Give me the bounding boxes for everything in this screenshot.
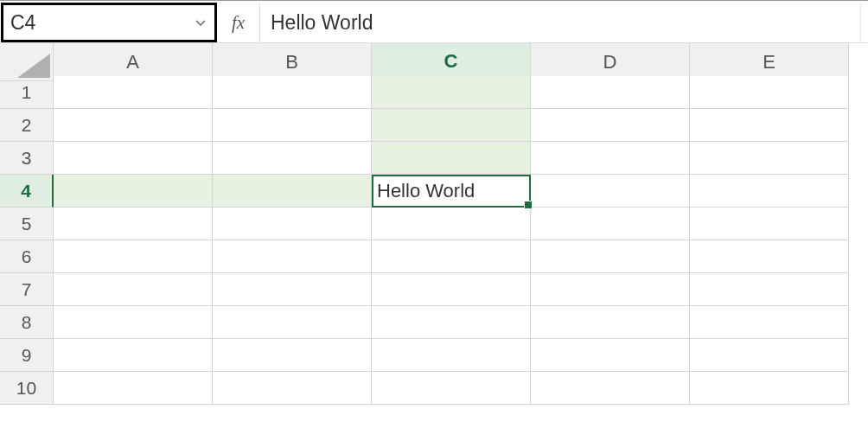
- cell-E2[interactable]: [690, 109, 849, 142]
- cell-E1[interactable]: [690, 76, 849, 109]
- cell-E6[interactable]: [690, 240, 849, 273]
- cell-C1[interactable]: [372, 76, 531, 109]
- cell-B4[interactable]: [213, 175, 372, 208]
- cell-C8[interactable]: [372, 306, 531, 339]
- row-header-3[interactable]: 3: [0, 142, 54, 175]
- cell-B6[interactable]: [213, 240, 372, 273]
- cell-A6[interactable]: [54, 240, 213, 273]
- cell-B1[interactable]: [213, 76, 372, 109]
- cell-A8[interactable]: [54, 306, 213, 339]
- select-all-corner[interactable]: [0, 43, 54, 81]
- cell-C5[interactable]: [372, 208, 531, 240]
- cell-C10[interactable]: [372, 372, 531, 405]
- cell-E7[interactable]: [690, 273, 849, 306]
- cell-D1[interactable]: [531, 76, 690, 109]
- cell-E4[interactable]: [690, 175, 849, 208]
- cell-B5[interactable]: [213, 208, 372, 240]
- cell-C2[interactable]: [372, 109, 531, 142]
- cell-D6[interactable]: [531, 240, 690, 273]
- fx-label[interactable]: fx: [217, 3, 260, 42]
- cell-D9[interactable]: [531, 339, 690, 372]
- cell-D8[interactable]: [531, 306, 690, 339]
- cell-A7[interactable]: [54, 273, 213, 306]
- cell-E3[interactable]: [690, 142, 849, 175]
- row-header-6[interactable]: 6: [0, 240, 54, 273]
- cell-A9[interactable]: [54, 339, 213, 372]
- chevron-down-icon[interactable]: [195, 16, 206, 29]
- cell-D7[interactable]: [531, 273, 690, 306]
- cell-A1[interactable]: [54, 76, 213, 109]
- cell-C6[interactable]: [372, 240, 531, 273]
- row-header-8[interactable]: 8: [0, 306, 54, 339]
- cell-B9[interactable]: [213, 339, 372, 372]
- formula-input[interactable]: [260, 3, 861, 42]
- cell-A5[interactable]: [54, 208, 213, 240]
- name-box-value: C4: [10, 11, 35, 35]
- row-header-5[interactable]: 5: [0, 208, 54, 240]
- cell-C3[interactable]: [372, 142, 531, 175]
- cell-B3[interactable]: [213, 142, 372, 175]
- name-box[interactable]: C4: [1, 3, 217, 42]
- cell-B7[interactable]: [213, 273, 372, 306]
- cell-D3[interactable]: [531, 142, 690, 175]
- cell-B8[interactable]: [213, 306, 372, 339]
- cell-A2[interactable]: [54, 109, 213, 142]
- row-header-2[interactable]: 2: [0, 109, 54, 142]
- cell-E10[interactable]: [690, 372, 849, 405]
- cell-B2[interactable]: [213, 109, 372, 142]
- cell-C7[interactable]: [372, 273, 531, 306]
- cell-D10[interactable]: [531, 372, 690, 405]
- spreadsheet-grid: A B C D E 1 2 3 4 Hello World 5 6 7 8: [0, 43, 868, 405]
- cell-D2[interactable]: [531, 109, 690, 142]
- cell-E9[interactable]: [690, 339, 849, 372]
- row-header-7[interactable]: 7: [0, 273, 54, 306]
- cell-B10[interactable]: [213, 372, 372, 405]
- row-header-10[interactable]: 10: [0, 372, 54, 405]
- cell-D4[interactable]: [531, 175, 690, 208]
- cell-E5[interactable]: [690, 208, 849, 240]
- row-header-9[interactable]: 9: [0, 339, 54, 372]
- row-header-4[interactable]: 4: [0, 175, 54, 208]
- cell-E8[interactable]: [690, 306, 849, 339]
- cell-D5[interactable]: [531, 208, 690, 240]
- cell-value: Hello World: [377, 180, 475, 202]
- cell-C9[interactable]: [372, 339, 531, 372]
- cell-A10[interactable]: [54, 372, 213, 405]
- cell-A3[interactable]: [54, 142, 213, 175]
- cell-C4[interactable]: Hello World: [372, 175, 531, 208]
- cell-A4[interactable]: [54, 175, 213, 208]
- formula-bar: C4 fx: [0, 0, 868, 43]
